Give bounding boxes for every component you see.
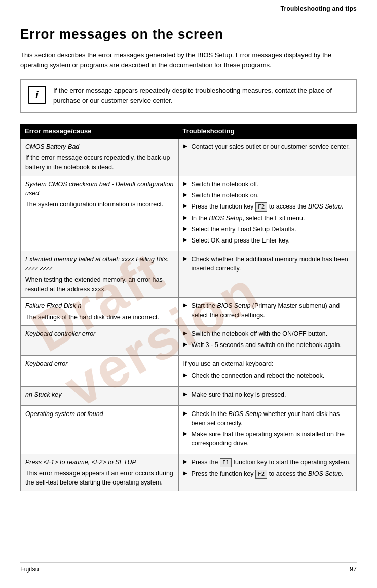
troubleshooting-cell: Switch the notebook off.Switch the noteb… [178, 176, 356, 251]
col-troubleshooting-header: Troubleshooting [178, 124, 356, 139]
troubleshooting-cell: If you use an external keyboard:Check th… [178, 356, 356, 387]
keyboard-key: F2 [255, 470, 267, 479]
info-icon: i [28, 86, 46, 104]
error-cause-cell: Keyboard error [21, 356, 179, 387]
list-item: Switch the notebook off. [183, 180, 352, 189]
error-cause-cell: Operating system not found [21, 405, 179, 454]
troubleshooting-list: Make sure that no key is pressed. [183, 390, 352, 399]
page-title: Error messages on the screen [20, 26, 357, 42]
troubleshooting-cell: Start the BIOS Setup (Primary Master sub… [178, 297, 356, 325]
troubleshooting-list: Check the connection and reboot the note… [183, 371, 352, 381]
error-cause-italic: Press <F1> to resume, <F2> to SETUP [25, 458, 174, 467]
list-item: Select OK and press the Enter key. [183, 236, 352, 245]
error-cause-italic: Extended memory failed at offset: xxxx F… [25, 255, 174, 273]
error-cause-italic: Failure Fixed Disk n [25, 301, 174, 310]
error-table: Error message/cause Troubleshooting CMOS… [20, 124, 357, 491]
troubleshooting-list: Start the BIOS Setup (Primary Master sub… [183, 301, 352, 320]
troubleshooting-list: Switch the notebook off.Switch the noteb… [183, 180, 352, 246]
error-cause-italic: System CMOS checksum bad - Default confi… [25, 180, 174, 198]
list-item: Start the BIOS Setup (Primary Master sub… [183, 301, 352, 320]
troubleshooting-list: Check in the BIOS Setup whether your har… [183, 409, 352, 448]
table-row: Keyboard controller errorSwitch the note… [21, 325, 357, 355]
troubleshooting-cell: Switch the notebook off with the ON/OFF … [178, 325, 356, 355]
error-cause-italic: nn Stuck key [25, 390, 174, 399]
troubleshooting-list: Contact your sales outlet or our custome… [183, 142, 352, 151]
error-cause-cell: System CMOS checksum bad - Default confi… [21, 176, 179, 251]
table-row: Operating system not foundCheck in the B… [21, 405, 357, 454]
table-row: System CMOS checksum bad - Default confi… [21, 176, 357, 251]
footer-brand: Fujitsu [20, 566, 39, 573]
troubleshooting-list: Switch the notebook off with the ON/OFF … [183, 329, 352, 350]
table-row: Failure Fixed Disk nThe settings of the … [21, 297, 357, 325]
intro-paragraph: This section describes the error message… [20, 50, 357, 70]
list-item: Select the entry Load Setup Defaults. [183, 225, 352, 234]
footer-page-number: 97 [350, 566, 357, 573]
table-row: Extended memory failed at offset: xxxx F… [21, 251, 357, 298]
chapter-header: Troubleshooting and tips [20, 0, 357, 15]
list-item: Make sure that the operating system is i… [183, 430, 352, 448]
list-item: Make sure that no key is pressed. [183, 390, 352, 399]
error-cause-desc: When testing the extended memory. an err… [25, 275, 174, 293]
error-cause-cell: Extended memory failed at offset: xxxx F… [21, 251, 179, 298]
list-item: Switch the notebook on. [183, 191, 352, 200]
list-item: Switch the notebook off with the ON/OFF … [183, 329, 352, 338]
keyboard-key: F1 [220, 458, 232, 467]
list-item: In the BIOS Setup, select the Exit menu. [183, 214, 352, 223]
info-note-text: If the error message appears repeatedly … [53, 86, 349, 106]
list-item: Press the function key F2 to access the … [183, 202, 352, 212]
error-cause-cell: CMOS Battery BadIf the error message occ… [21, 139, 179, 176]
troubleshooting-cell: Contact your sales outlet or our custome… [178, 139, 356, 176]
error-cause-desc: If the error message occurs repeatedly, … [25, 153, 174, 171]
error-cause-italic: Keyboard error [25, 359, 174, 368]
table-row: Press <F1> to resume, <F2> to SETUPThis … [21, 454, 357, 491]
troubleshooting-cell: Check in the BIOS Setup whether your har… [178, 405, 356, 454]
list-item: Wait 3 - 5 seconds and switch on the not… [183, 340, 352, 350]
error-cause-desc: The system configuration information is … [25, 200, 174, 209]
list-item: Contact your sales outlet or our custome… [183, 142, 352, 151]
error-cause-italic: CMOS Battery Bad [25, 142, 174, 151]
keyboard-key: F2 [255, 202, 267, 212]
list-item: Press the function key F2 to access the … [183, 469, 352, 479]
troubleshooting-list: Check whether the additional memory modu… [183, 255, 352, 273]
error-cause-italic: Operating system not found [25, 409, 174, 419]
error-cause-desc: This error message appears if an error o… [25, 469, 174, 487]
list-item: Check in the BIOS Setup whether your har… [183, 409, 352, 428]
error-cause-cell: Keyboard controller error [21, 325, 179, 355]
error-cause-desc: The settings of the hard disk drive are … [25, 313, 174, 322]
list-item: Check whether the additional memory modu… [183, 255, 352, 273]
list-item: Press the F1 function key to start the o… [183, 458, 352, 467]
table-row: Keyboard errorIf you use an external key… [21, 356, 357, 387]
info-box: i If the error message appears repeatedl… [20, 79, 357, 113]
error-cause-italic: Keyboard controller error [25, 329, 174, 338]
col-error-header: Error message/cause [21, 124, 179, 139]
troubleshooting-cell: Make sure that no key is pressed. [178, 387, 356, 405]
list-item: Check the connection and reboot the note… [183, 371, 352, 381]
page-footer: Fujitsu 97 [20, 562, 357, 573]
table-row: CMOS Battery BadIf the error message occ… [21, 139, 357, 176]
table-row: nn Stuck keyMake sure that no key is pre… [21, 387, 357, 405]
header-title: Troubleshooting and tips [280, 5, 357, 12]
troubleshooting-cell: Check whether the additional memory modu… [178, 251, 356, 298]
troubleshooting-cell: Press the F1 function key to start the o… [178, 454, 356, 491]
troubleshooting-intro: If you use an external keyboard: [183, 359, 352, 368]
error-cause-cell: Failure Fixed Disk nThe settings of the … [21, 297, 179, 325]
error-cause-cell: Press <F1> to resume, <F2> to SETUPThis … [21, 454, 179, 491]
troubleshooting-list: Press the F1 function key to start the o… [183, 458, 352, 479]
error-cause-cell: nn Stuck key [21, 387, 179, 405]
